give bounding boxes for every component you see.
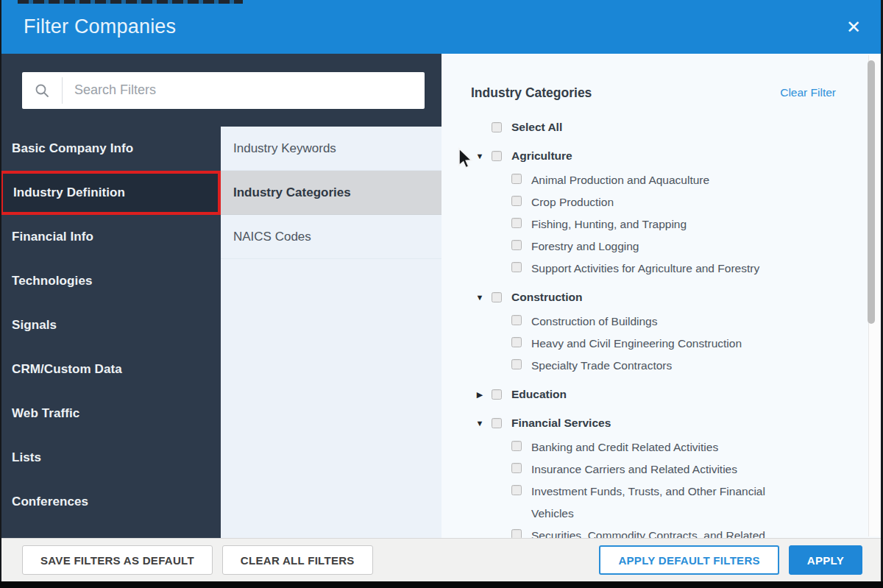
sidebar-item-label: Financial Info bbox=[12, 230, 93, 244]
sidebar-item-conferences[interactable]: Conferences bbox=[0, 480, 221, 524]
subnav-item-industry-categories[interactable]: Industry Categories bbox=[221, 171, 442, 215]
sidebar-item-signals[interactable]: Signals bbox=[0, 303, 221, 347]
category-label: Agriculture bbox=[511, 149, 572, 163]
subcategory-label: Construction of Buildings bbox=[531, 311, 657, 333]
collapse-caret-icon[interactable]: ▼ bbox=[475, 152, 485, 160]
subcategory-label: Specialty Trade Contractors bbox=[531, 355, 672, 377]
subcategory-checkbox[interactable] bbox=[511, 337, 522, 347]
tree-row-forestry-and-logging: Forestry and Logging bbox=[471, 235, 836, 258]
sidebar-item-label: CRM/Custom Data bbox=[12, 362, 122, 377]
subcategory-label: Support Activities for Agriculture and F… bbox=[531, 258, 759, 280]
sidebar-item-web-traffic[interactable]: Web Traffic bbox=[0, 392, 221, 436]
subcategory-checkbox[interactable] bbox=[511, 315, 522, 325]
subnav-item-naics-codes[interactable]: NAICS Codes bbox=[221, 215, 442, 259]
subcategory-checkbox[interactable] bbox=[511, 485, 522, 495]
clear-filter-link[interactable]: Clear Filter bbox=[780, 86, 836, 99]
modal-title: Filter Companies bbox=[24, 15, 176, 38]
modal-header: Filter Companies ✕ bbox=[0, 0, 883, 54]
search-icon bbox=[22, 83, 62, 98]
category-checkbox[interactable] bbox=[492, 389, 502, 400]
category-label: Financial Services bbox=[511, 417, 611, 430]
subcategory-label: Insurance Carriers and Related Activitie… bbox=[531, 458, 737, 481]
category-checkbox[interactable] bbox=[492, 151, 502, 161]
tree-row-specialty-trade-contractors: Specialty Trade Contractors bbox=[471, 355, 836, 377]
sidebar-item-technologies[interactable]: Technologies bbox=[0, 259, 221, 303]
tree-row-animal-production-and-aquaculture: Animal Production and Aquaculture bbox=[471, 169, 836, 191]
tree-row-heavy-and-civil-engineering-construction: Heavy and Civil Engineering Construction bbox=[471, 333, 836, 355]
panel-head: Industry Categories Clear Filter bbox=[471, 82, 836, 104]
footer-right-buttons: APPLY DEFAULT FILTERSAPPLY bbox=[599, 545, 862, 575]
sidebar-item-label: Technologies bbox=[12, 274, 93, 288]
tree-row-financial-services: ▼Financial Services bbox=[471, 412, 836, 434]
subcategory-label: Heavy and Civil Engineering Construction bbox=[531, 333, 742, 355]
sidebar-item-label: Conferences bbox=[12, 495, 88, 509]
collapse-caret-icon[interactable]: ▼ bbox=[475, 293, 485, 302]
subcategory-checkbox[interactable] bbox=[511, 174, 522, 184]
sidebar-item-label: Web Traffic bbox=[12, 406, 79, 421]
sidebar-item-crm-custom-data[interactable]: CRM/Custom Data bbox=[0, 347, 221, 392]
collapse-caret-icon[interactable]: ▼ bbox=[475, 419, 485, 428]
subnav-item-industry-keywords[interactable]: Industry Keywords bbox=[221, 127, 442, 171]
category-label: Education bbox=[511, 388, 567, 401]
subcategory-checkbox[interactable] bbox=[511, 463, 522, 473]
search-box bbox=[22, 72, 425, 109]
filter-category-list: Basic Company InfoIndustry DefinitionFin… bbox=[0, 127, 221, 538]
tree-row-insurance-carriers-and-related-activities: Insurance Carriers and Related Activitie… bbox=[471, 458, 836, 481]
category-label: Construction bbox=[511, 291, 582, 304]
subcategory-checkbox[interactable] bbox=[511, 240, 522, 250]
subcategory-label: Animal Production and Aquaculture bbox=[531, 169, 709, 191]
apply-default-filters-button[interactable]: APPLY DEFAULT FILTERS bbox=[599, 545, 779, 575]
tree-row-education: ▶Education bbox=[471, 383, 836, 405]
subcategory-label: Investment Funds, Trusts, and Other Fina… bbox=[531, 481, 800, 525]
tree-row-securities-commodity-contracts-and-related: Securities, Commodity Contracts, and Rel… bbox=[471, 525, 836, 538]
screen-edge bbox=[0, 0, 1, 588]
save-filters-as-default-button[interactable]: SAVE FILTERS AS DEFAULT bbox=[22, 545, 213, 575]
subcategory-checkbox[interactable] bbox=[511, 529, 522, 538]
filter-subcategory-list: Industry KeywordsIndustry CategoriesNAIC… bbox=[221, 127, 442, 538]
modal-footer: SAVE FILTERS AS DEFAULTCLEAR ALL FILTERS… bbox=[0, 538, 883, 581]
tree-row-construction: ▼Construction bbox=[471, 286, 836, 308]
subcategory-checkbox[interactable] bbox=[511, 196, 522, 206]
category-checkbox[interactable] bbox=[492, 418, 502, 428]
sidebar-item-label: Industry Definition bbox=[13, 185, 125, 200]
select-all-checkbox[interactable] bbox=[492, 122, 502, 132]
search-input[interactable] bbox=[63, 72, 425, 109]
filter-companies-modal: Filter Companies ✕ Basic Company I bbox=[0, 0, 883, 588]
apply-button[interactable]: APPLY bbox=[789, 545, 862, 575]
sidebar-item-industry-definition[interactable]: Industry Definition bbox=[0, 171, 221, 215]
sidebar-item-lists[interactable]: Lists bbox=[0, 436, 221, 480]
modal-body: Basic Company InfoIndustry DefinitionFin… bbox=[0, 54, 883, 538]
screen-edge bbox=[0, 581, 883, 588]
tree-row-support-activities-for-agriculture-and-forestry: Support Activities for Agriculture and F… bbox=[471, 258, 836, 280]
sidebar-item-basic-company-info[interactable]: Basic Company Info bbox=[0, 127, 221, 171]
background-page-text-remnant bbox=[18, 0, 243, 4]
clear-all-filters-button[interactable]: CLEAR ALL FILTERS bbox=[222, 545, 373, 575]
subcategory-checkbox[interactable] bbox=[511, 262, 522, 272]
filter-nav-region: Basic Company InfoIndustry DefinitionFin… bbox=[0, 54, 442, 538]
tree-row-agriculture: ▼Agriculture bbox=[471, 145, 836, 167]
subcategory-checkbox[interactable] bbox=[511, 359, 522, 369]
subcategory-label: Securities, Commodity Contracts, and Rel… bbox=[531, 525, 765, 538]
tree-row-crop-production: Crop Production bbox=[471, 191, 836, 213]
sidebar-item-label: Lists bbox=[12, 450, 41, 465]
expand-caret-icon[interactable]: ▶ bbox=[475, 390, 485, 400]
category-checkbox[interactable] bbox=[492, 292, 502, 302]
tree-row-fishing-hunting-and-trapping: Fishing, Hunting, and Trapping bbox=[471, 213, 836, 235]
sidebar-item-financial-info[interactable]: Financial Info bbox=[0, 215, 221, 259]
category-tree: Select All▼AgricultureAnimal Production … bbox=[471, 116, 836, 538]
subcategory-checkbox[interactable] bbox=[511, 441, 522, 451]
search-area bbox=[0, 54, 442, 127]
subcategory-label: Banking and Credit Related Activities bbox=[531, 436, 718, 458]
panel-title: Industry Categories bbox=[471, 85, 592, 101]
subnav-item-label: Industry Categories bbox=[233, 185, 351, 200]
close-icon[interactable]: ✕ bbox=[846, 18, 861, 36]
subcategory-checkbox[interactable] bbox=[511, 218, 522, 228]
scrollbar-thumb[interactable] bbox=[868, 60, 875, 324]
select-all-label: Select All bbox=[511, 121, 562, 134]
subnav-item-label: Industry Keywords bbox=[233, 141, 336, 156]
subnav-item-label: NAICS Codes bbox=[233, 230, 311, 244]
scrollbar-track[interactable] bbox=[868, 55, 880, 536]
tree-row-banking-and-credit-related-activities: Banking and Credit Related Activities bbox=[471, 436, 836, 458]
tree-row-investment-funds-trusts-and-other-financial-vehicles: Investment Funds, Trusts, and Other Fina… bbox=[471, 481, 836, 525]
subcategory-label: Crop Production bbox=[531, 191, 614, 213]
